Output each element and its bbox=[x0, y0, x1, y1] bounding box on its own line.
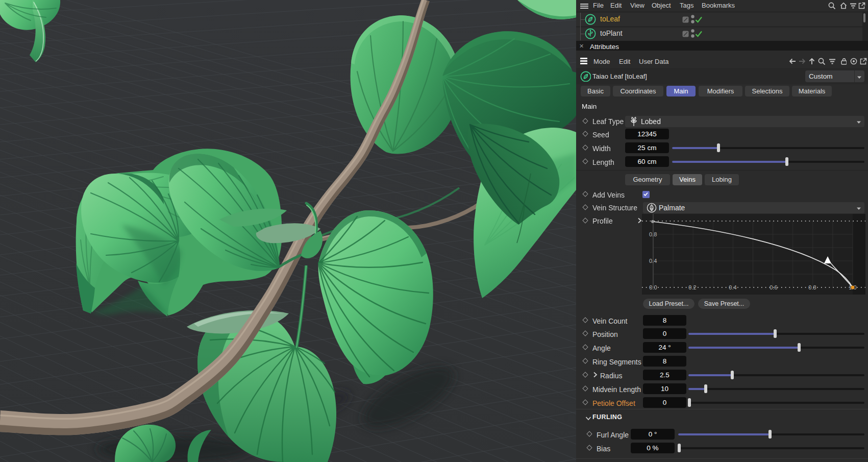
svg-text:0.6: 0.6 bbox=[770, 284, 777, 290]
svg-text:0.8: 0.8 bbox=[808, 284, 816, 290]
svg-text:0.0: 0.0 bbox=[649, 284, 657, 290]
svg-text:0.4: 0.4 bbox=[729, 284, 736, 290]
svg-text:0.8: 0.8 bbox=[649, 231, 657, 237]
svg-text:0.2: 0.2 bbox=[688, 284, 696, 290]
svg-text:0.4: 0.4 bbox=[649, 258, 657, 264]
